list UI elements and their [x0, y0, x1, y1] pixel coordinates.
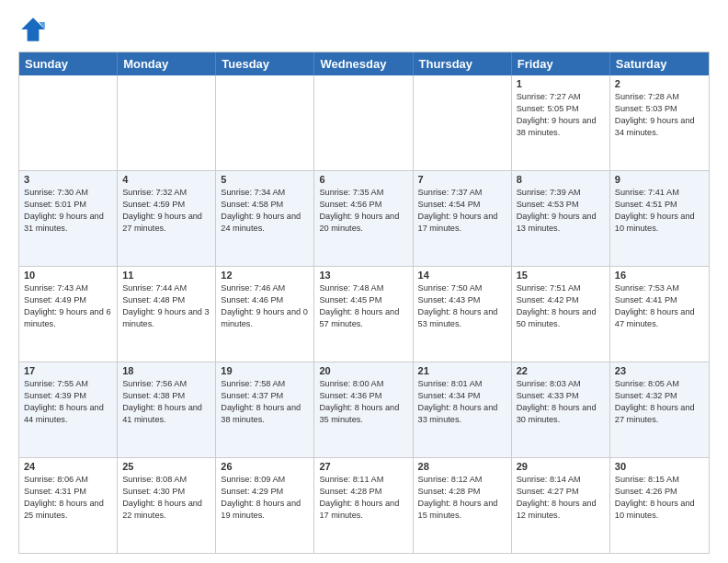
calendar-cell: 7Sunrise: 7:37 AMSunset: 4:54 PMDaylight…: [414, 171, 512, 266]
day-number: 29: [517, 461, 605, 472]
calendar-cell: 28Sunrise: 8:12 AMSunset: 4:28 PMDayligh…: [414, 458, 512, 553]
cell-text: Sunrise: 7:27 AMSunset: 5:05 PMDaylight:…: [517, 91, 605, 139]
cell-text: Sunrise: 7:55 AMSunset: 4:39 PMDaylight:…: [24, 378, 112, 426]
day-number: 9: [615, 174, 704, 185]
cell-text: Sunrise: 8:00 AMSunset: 4:36 PMDaylight:…: [319, 378, 407, 426]
calendar-cell: 3Sunrise: 7:30 AMSunset: 5:01 PMDaylight…: [19, 171, 118, 266]
calendar-cell: 19Sunrise: 7:58 AMSunset: 4:37 PMDayligh…: [216, 362, 314, 457]
cell-text: Sunrise: 7:37 AMSunset: 4:54 PMDaylight:…: [418, 187, 506, 235]
day-number: 12: [221, 270, 309, 281]
header-cell-sunday: Sunday: [19, 52, 118, 75]
calendar-cell: 26Sunrise: 8:09 AMSunset: 4:29 PMDayligh…: [216, 458, 314, 553]
day-number: 19: [221, 365, 309, 376]
cell-text: Sunrise: 7:50 AMSunset: 4:43 PMDaylight:…: [418, 282, 506, 330]
calendar-row-1: 1Sunrise: 7:27 AMSunset: 5:05 PMDaylight…: [19, 75, 709, 171]
day-number: 3: [24, 174, 112, 185]
header: [18, 15, 710, 44]
calendar-cell: 9Sunrise: 7:41 AMSunset: 4:51 PMDaylight…: [610, 171, 709, 266]
day-number: 26: [221, 461, 309, 472]
calendar-header: SundayMondayTuesdayWednesdayThursdayFrid…: [19, 52, 709, 75]
logo: [18, 15, 51, 44]
calendar-cell: 15Sunrise: 7:51 AMSunset: 4:42 PMDayligh…: [512, 267, 610, 362]
day-number: 30: [615, 461, 704, 472]
day-number: 14: [418, 270, 506, 281]
calendar-row-3: 10Sunrise: 7:43 AMSunset: 4:49 PMDayligh…: [19, 267, 709, 362]
cell-text: Sunrise: 7:46 AMSunset: 4:46 PMDaylight:…: [221, 282, 309, 330]
day-number: 20: [319, 365, 407, 376]
cell-text: Sunrise: 7:43 AMSunset: 4:49 PMDaylight:…: [24, 282, 112, 330]
day-number: 28: [418, 461, 506, 472]
cell-text: Sunrise: 7:34 AMSunset: 4:58 PMDaylight:…: [221, 187, 309, 235]
calendar-row-4: 17Sunrise: 7:55 AMSunset: 4:39 PMDayligh…: [19, 362, 709, 458]
calendar-cell: 6Sunrise: 7:35 AMSunset: 4:56 PMDaylight…: [314, 171, 413, 266]
cell-text: Sunrise: 8:15 AMSunset: 4:26 PMDaylight:…: [615, 474, 704, 522]
cell-text: Sunrise: 8:05 AMSunset: 4:32 PMDaylight:…: [615, 378, 704, 426]
cell-text: Sunrise: 7:35 AMSunset: 4:56 PMDaylight:…: [319, 187, 407, 235]
calendar-body: 1Sunrise: 7:27 AMSunset: 5:05 PMDaylight…: [19, 75, 709, 553]
day-number: 8: [517, 174, 605, 185]
day-number: 11: [122, 270, 210, 281]
cell-text: Sunrise: 8:08 AMSunset: 4:30 PMDaylight:…: [122, 474, 210, 522]
day-number: 18: [122, 365, 210, 376]
cell-text: Sunrise: 7:32 AMSunset: 4:59 PMDaylight:…: [122, 187, 210, 235]
cell-text: Sunrise: 7:30 AMSunset: 5:01 PMDaylight:…: [24, 187, 112, 235]
header-cell-thursday: Thursday: [414, 52, 512, 75]
cell-text: Sunrise: 7:58 AMSunset: 4:37 PMDaylight:…: [221, 378, 309, 426]
header-cell-friday: Friday: [512, 52, 610, 75]
svg-marker-0: [21, 17, 45, 41]
cell-text: Sunrise: 8:06 AMSunset: 4:31 PMDaylight:…: [24, 474, 112, 522]
logo-icon: [18, 15, 48, 44]
header-cell-tuesday: Tuesday: [216, 52, 314, 75]
calendar-cell: 17Sunrise: 7:55 AMSunset: 4:39 PMDayligh…: [19, 362, 118, 457]
day-number: 10: [24, 270, 112, 281]
cell-text: Sunrise: 8:11 AMSunset: 4:28 PMDaylight:…: [319, 474, 407, 522]
calendar-cell: 16Sunrise: 7:53 AMSunset: 4:41 PMDayligh…: [610, 267, 709, 362]
day-number: 15: [517, 270, 605, 281]
calendar-cell: 10Sunrise: 7:43 AMSunset: 4:49 PMDayligh…: [19, 267, 118, 362]
calendar-cell: 5Sunrise: 7:34 AMSunset: 4:58 PMDaylight…: [216, 171, 314, 266]
cell-text: Sunrise: 8:09 AMSunset: 4:29 PMDaylight:…: [221, 474, 309, 522]
calendar-cell: 11Sunrise: 7:44 AMSunset: 4:48 PMDayligh…: [118, 267, 216, 362]
day-number: 25: [122, 461, 210, 472]
day-number: 7: [418, 174, 506, 185]
cell-text: Sunrise: 7:28 AMSunset: 5:03 PMDaylight:…: [615, 91, 704, 139]
day-number: 16: [615, 270, 704, 281]
cell-text: Sunrise: 7:44 AMSunset: 4:48 PMDaylight:…: [122, 282, 210, 330]
calendar-cell: 23Sunrise: 8:05 AMSunset: 4:32 PMDayligh…: [610, 362, 709, 457]
day-number: 2: [615, 78, 704, 89]
day-number: 27: [319, 461, 407, 472]
calendar-cell: 27Sunrise: 8:11 AMSunset: 4:28 PMDayligh…: [314, 458, 413, 553]
day-number: 17: [24, 365, 112, 376]
calendar-cell: 12Sunrise: 7:46 AMSunset: 4:46 PMDayligh…: [216, 267, 314, 362]
calendar-cell: 24Sunrise: 8:06 AMSunset: 4:31 PMDayligh…: [19, 458, 118, 553]
cell-text: Sunrise: 7:39 AMSunset: 4:53 PMDaylight:…: [517, 187, 605, 235]
calendar-cell: 1Sunrise: 7:27 AMSunset: 5:05 PMDaylight…: [512, 75, 610, 170]
cell-text: Sunrise: 7:41 AMSunset: 4:51 PMDaylight:…: [615, 187, 704, 235]
calendar-row-2: 3Sunrise: 7:30 AMSunset: 5:01 PMDaylight…: [19, 171, 709, 267]
cell-text: Sunrise: 8:14 AMSunset: 4:27 PMDaylight:…: [517, 474, 605, 522]
calendar-cell: 21Sunrise: 8:01 AMSunset: 4:34 PMDayligh…: [414, 362, 512, 457]
calendar-cell: [216, 75, 314, 170]
calendar-cell: [314, 75, 413, 170]
calendar-cell: 4Sunrise: 7:32 AMSunset: 4:59 PMDaylight…: [118, 171, 216, 266]
day-number: 21: [418, 365, 506, 376]
day-number: 23: [615, 365, 704, 376]
day-number: 1: [517, 78, 605, 89]
day-number: 5: [221, 174, 309, 185]
calendar-cell: [118, 75, 216, 170]
cell-text: Sunrise: 7:53 AMSunset: 4:41 PMDaylight:…: [615, 282, 704, 330]
calendar-cell: 30Sunrise: 8:15 AMSunset: 4:26 PMDayligh…: [610, 458, 709, 553]
calendar-cell: 13Sunrise: 7:48 AMSunset: 4:45 PMDayligh…: [314, 267, 413, 362]
day-number: 4: [122, 174, 210, 185]
calendar-cell: [414, 75, 512, 170]
header-cell-saturday: Saturday: [610, 52, 709, 75]
cell-text: Sunrise: 8:01 AMSunset: 4:34 PMDaylight:…: [418, 378, 506, 426]
cell-text: Sunrise: 8:03 AMSunset: 4:33 PMDaylight:…: [517, 378, 605, 426]
cell-text: Sunrise: 7:56 AMSunset: 4:38 PMDaylight:…: [122, 378, 210, 426]
day-number: 22: [517, 365, 605, 376]
cell-text: Sunrise: 7:51 AMSunset: 4:42 PMDaylight:…: [517, 282, 605, 330]
calendar-cell: 18Sunrise: 7:56 AMSunset: 4:38 PMDayligh…: [118, 362, 216, 457]
calendar-cell: 25Sunrise: 8:08 AMSunset: 4:30 PMDayligh…: [118, 458, 216, 553]
header-cell-monday: Monday: [118, 52, 216, 75]
calendar-row-5: 24Sunrise: 8:06 AMSunset: 4:31 PMDayligh…: [19, 458, 709, 553]
